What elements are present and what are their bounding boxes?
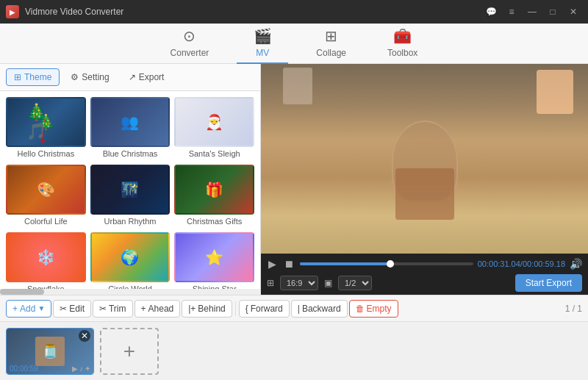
video-bg	[261, 64, 588, 254]
close-button[interactable]: ✕	[564, 4, 582, 19]
start-export-button[interactable]: Start Export	[515, 274, 582, 292]
timeline-clip[interactable]: 🫙 00:00:59 ▶ ♪ ✦ ✕	[6, 328, 94, 375]
audio-clip-icon[interactable]: ♪	[79, 365, 83, 373]
tab-toolbox-label: Toolbox	[387, 48, 417, 58]
backward-button[interactable]: | Backward	[291, 300, 348, 318]
empty-button[interactable]: 🗑 Empty	[349, 300, 398, 318]
window-controls: 💬 ≡ — □ ✕	[482, 4, 582, 19]
minimize-button[interactable]: —	[523, 4, 541, 19]
main-content: ↓ ⊞ Theme ⚙ Setting ↗ Export	[0, 64, 588, 295]
aspect-ratio-select[interactable]: 16:9 4:3 1:1	[280, 276, 318, 290]
theme-label-snowflake: Snowflake	[6, 282, 86, 289]
theme-label-christmas-gifts: Christmas Gifts	[174, 215, 254, 228]
trim-button[interactable]: ✂ Trim	[93, 300, 133, 318]
tab-collage-label: Collage	[316, 48, 346, 58]
add-dropdown-icon: ▼	[37, 304, 45, 312]
tab-converter[interactable]: ⊙ Converter	[157, 23, 223, 64]
clip-time-label: 00:00:59	[10, 365, 38, 373]
play-button[interactable]: ▶	[267, 257, 278, 271]
tab-toolbox[interactable]: 🧰 Toolbox	[374, 23, 431, 64]
backward-icon: |	[298, 304, 300, 314]
panel-tab-theme[interactable]: ⊞ Theme	[6, 68, 60, 86]
panel-tab-setting[interactable]: ⚙ Setting	[62, 68, 117, 86]
clip-controls: ▶ ♪ ✦	[72, 365, 90, 373]
left-panel: ⊞ Theme ⚙ Setting ↗ Export 🎄	[0, 64, 261, 295]
theme-label-colorful-life: Colorful Life	[6, 215, 86, 228]
setting-tab-label: Setting	[82, 72, 109, 82]
export-tab-label: Export	[139, 72, 165, 82]
panel-scroll-thumb	[0, 289, 44, 295]
video-preview	[261, 64, 588, 254]
edit-button[interactable]: ✂ Edit	[53, 300, 91, 318]
theme-shining-star[interactable]: ⭐ Shining Star	[174, 232, 254, 289]
ahead-button[interactable]: + Ahead	[135, 300, 181, 318]
theme-blue-christmas[interactable]: 👥 Blue Christmas	[90, 97, 171, 160]
chat-button[interactable]: 💬	[482, 4, 500, 19]
timeline-add-button[interactable]: +	[100, 328, 159, 375]
theme-thumb-santas-sleigh: 🎅	[174, 97, 254, 147]
app-title: Vidmore Video Converter	[25, 7, 123, 17]
ratio-icon: ⊞	[267, 278, 274, 288]
ahead-label: Ahead	[148, 304, 174, 314]
panel-tabs: ⊞ Theme ⚙ Setting ↗ Export	[0, 64, 260, 91]
theme-thumb-colorful-life: 🎨	[6, 165, 86, 215]
add-icon: +	[12, 304, 18, 314]
quality-select[interactable]: 1/2 1/1 1/4	[338, 276, 372, 290]
edit-icon: ✂	[60, 304, 67, 314]
quality-icon: ▣	[324, 278, 332, 288]
theme-urban-rhythm[interactable]: 🌃 Urban Rhythm	[90, 165, 171, 228]
panel-scrollbar[interactable]	[0, 289, 260, 295]
empty-icon: 🗑	[356, 304, 365, 314]
progress-fill	[300, 262, 390, 265]
theme-colorful-life[interactable]: 🎨 Colorful Life	[6, 165, 86, 228]
tab-mv[interactable]: 🎬 MV	[237, 23, 288, 64]
theme-christmas-gifts[interactable]: 🎁 Christmas Gifts	[174, 165, 254, 228]
menu-button[interactable]: ≡	[503, 4, 520, 19]
behind-label: Behind	[198, 304, 225, 314]
timeline: 🫙 00:00:59 ▶ ♪ ✦ ✕ +	[0, 321, 588, 380]
theme-label-circle-world: Circle World	[90, 282, 171, 289]
maximize-button[interactable]: □	[544, 4, 562, 19]
theme-thumb-snowflake: ❄️	[6, 232, 86, 282]
theme-thumb-urban-rhythm: 🌃	[90, 165, 171, 215]
panel-tab-export[interactable]: ↗ Export	[121, 68, 173, 86]
add-button[interactable]: + Add ▼	[6, 300, 51, 318]
arrow-indicator: ↓	[38, 124, 49, 148]
forward-button[interactable]: { Forward	[239, 300, 290, 318]
converter-icon: ⊙	[183, 27, 196, 45]
stop-button[interactable]: ⏹	[282, 257, 295, 271]
volume-icon[interactable]: 🔊	[570, 258, 582, 270]
theme-label-shining-star: Shining Star	[174, 282, 254, 289]
forward-icon: {	[245, 304, 248, 314]
theme-tab-icon: ⊞	[14, 72, 21, 82]
effect-clip-icon[interactable]: ✦	[85, 365, 90, 373]
theme-label-urban-rhythm: Urban Rhythm	[90, 215, 171, 228]
progress-bar[interactable]	[300, 262, 473, 265]
export-tab-icon: ↗	[129, 72, 136, 82]
nav-tabs: ⊙ Converter 🎬 MV ⊞ Collage 🧰 Toolbox	[0, 24, 588, 64]
page-indicator: 1 / 1	[565, 304, 582, 314]
right-panel: ▶ ⏹ 00:00:31.04/00:00:59.18 🔊 ⊞ 16:9 4:3…	[261, 64, 588, 295]
trim-icon: ✂	[99, 304, 107, 314]
clip-time: 00:00:59	[10, 365, 38, 373]
clip-close-button[interactable]: ✕	[79, 330, 90, 342]
play-clip-icon[interactable]: ▶	[72, 365, 78, 373]
title-bar-left: ▶ Vidmore Video Converter	[6, 5, 123, 18]
backward-label: Backward	[302, 304, 341, 314]
behind-button[interactable]: |+ Behind	[182, 300, 232, 318]
theme-thumb-blue-christmas: 👥	[90, 97, 171, 147]
tab-mv-label: MV	[256, 48, 269, 58]
forward-label: Forward	[251, 304, 283, 314]
empty-label: Empty	[367, 304, 392, 314]
ahead-icon: +	[141, 304, 146, 314]
theme-santas-sleigh[interactable]: 🎅 Santa's Sleigh	[174, 97, 254, 160]
title-bar: ▶ Vidmore Video Converter 💬 ≡ — □ ✕	[0, 0, 588, 24]
photo-content	[261, 64, 588, 254]
theme-snowflake[interactable]: ❄️ Snowflake	[6, 232, 86, 289]
time-display: 00:00:31.04/00:00:59.18	[478, 259, 565, 268]
theme-label-hello-christmas: Hello Christmas	[6, 147, 86, 160]
video-controls: ▶ ⏹ 00:00:31.04/00:00:59.18 🔊 ⊞ 16:9 4:3…	[261, 254, 588, 295]
theme-circle-world[interactable]: 🌍 Circle World	[90, 232, 171, 289]
tab-collage[interactable]: ⊞ Collage	[303, 23, 359, 64]
collage-icon: ⊞	[325, 27, 337, 45]
